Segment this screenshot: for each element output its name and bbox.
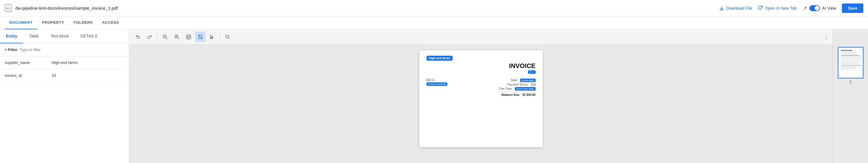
date-label: Date: bbox=[511, 78, 518, 82]
redo-icon bbox=[147, 34, 152, 40]
sub-tab-entity[interactable]: Entity bbox=[0, 29, 23, 43]
filter-icon-wrap: ≡ Filter bbox=[5, 47, 17, 52]
viewer-toolbar: ⋮ bbox=[129, 29, 833, 44]
external-link-icon bbox=[758, 6, 763, 11]
cursor-button[interactable] bbox=[207, 32, 217, 42]
tab-folders[interactable]: FOLDERS bbox=[69, 17, 98, 29]
date-value: some-date bbox=[520, 78, 536, 82]
search-doc-button[interactable] bbox=[222, 32, 233, 42]
redo-button[interactable] bbox=[144, 32, 155, 42]
header: ← dw-pipeline-test-docs/invoices/sample_… bbox=[0, 0, 868, 17]
payment-terms-row: Payment Terms: 123 bbox=[499, 83, 536, 86]
header-actions: Download File Open In New Tab ↗ AI View … bbox=[719, 3, 863, 13]
sub-tab-table[interactable]: Table bbox=[23, 29, 44, 43]
search-doc-icon bbox=[225, 34, 230, 40]
arrow-indicator: ↗ bbox=[803, 5, 807, 11]
tab-access[interactable]: ACCESS bbox=[97, 17, 124, 29]
payment-terms-label: Payment Terms: bbox=[507, 83, 528, 86]
thumbnail-page-number: 1 bbox=[849, 80, 851, 84]
invoice-right-details: Date: some-date Payment Terms: 123 Due D… bbox=[499, 78, 536, 96]
svg-point-6 bbox=[225, 35, 229, 38]
filter-input[interactable] bbox=[20, 47, 124, 52]
left-panel: Entity Table Text block DETAILS ≡ Filter… bbox=[0, 29, 129, 163]
invoice-header-row: INVOICE # ✓ bbox=[427, 62, 536, 74]
toolbar-divider-2 bbox=[220, 33, 220, 40]
entity-key-supplier-name: supplier_name bbox=[5, 60, 52, 65]
filter-row: ≡ Filter bbox=[0, 43, 129, 56]
crop-icon bbox=[198, 34, 203, 40]
invoice-title: INVOICE bbox=[509, 62, 535, 70]
download-icon bbox=[719, 6, 724, 11]
thumbnail-panel: 1 bbox=[833, 29, 868, 163]
ai-view-label: AI View bbox=[822, 6, 836, 10]
svg-rect-0 bbox=[720, 9, 724, 10]
zoom-out-icon bbox=[162, 34, 168, 40]
balance-due-label: Balance Due: bbox=[502, 93, 520, 96]
entity-value-supplier-name: High-end farms bbox=[52, 60, 78, 65]
balance-due-row: Balance Due: $7,644.95 bbox=[499, 92, 536, 96]
due-date-label: Due Date: bbox=[499, 87, 513, 91]
open-new-tab-button[interactable]: Open In New Tab bbox=[758, 6, 797, 11]
filter-label: Filter bbox=[8, 47, 18, 52]
entity-row: invoice_id 33 bbox=[0, 69, 129, 82]
document-title: dw-pipeline-test-docs/invoices/sample_in… bbox=[15, 6, 719, 10]
undo-icon bbox=[135, 34, 141, 40]
sub-tabs: Entity Table Text block DETAILS bbox=[0, 29, 129, 43]
bill-to-label: Bill To: bbox=[427, 78, 447, 82]
code-view-button[interactable] bbox=[183, 32, 194, 42]
document-page: High-end farms INVOICE # ✓ Bill To: some… bbox=[420, 51, 543, 147]
ai-view-toggle[interactable] bbox=[809, 5, 820, 11]
main-content: Entity Table Text block DETAILS ≡ Filter… bbox=[0, 29, 868, 163]
due-date-row: Due Date: some-due-date bbox=[499, 87, 536, 91]
bill-to-value-badge: some customer bbox=[427, 83, 447, 86]
undo-button[interactable] bbox=[132, 32, 143, 42]
main-tabs: DOCUMENT PROPERTY FOLDERS ACCESS bbox=[0, 17, 868, 29]
crop-button[interactable] bbox=[195, 32, 206, 42]
code-icon bbox=[186, 34, 191, 40]
viewer-area: ⋮ High-end farms INVOICE # ✓ Bill bbox=[129, 29, 833, 163]
tab-document[interactable]: DOCUMENT bbox=[5, 17, 37, 29]
filter-icon: ≡ bbox=[5, 47, 7, 52]
date-row: Date: some-date bbox=[499, 78, 536, 82]
cursor-icon bbox=[210, 34, 215, 40]
tab-property[interactable]: PROPERTY bbox=[37, 17, 69, 29]
thumbnail-wrap[interactable] bbox=[838, 47, 864, 78]
document-canvas: High-end farms INVOICE # ✓ Bill To: some… bbox=[129, 44, 833, 163]
ai-view-toggle-wrap: ↗ AI View bbox=[803, 5, 836, 11]
save-button[interactable]: Save bbox=[842, 3, 863, 13]
invoice-number-badge: # ✓ bbox=[528, 70, 536, 74]
payment-terms-value: 123 bbox=[531, 83, 536, 86]
entity-value-invoice-id: 33 bbox=[52, 73, 56, 78]
entity-key-invoice-id: invoice_id bbox=[5, 73, 52, 78]
bill-to-section: Bill To: some customer bbox=[427, 78, 447, 96]
more-options-button[interactable]: ⋮ bbox=[824, 33, 829, 40]
back-button[interactable]: ← bbox=[5, 4, 12, 12]
sub-tab-details[interactable]: DETAILS bbox=[75, 29, 103, 43]
sub-tab-text-block[interactable]: Text block bbox=[44, 29, 74, 43]
zoom-in-button[interactable] bbox=[172, 32, 182, 42]
invoice-details-grid: Bill To: some customer Date: some-date P… bbox=[427, 78, 536, 96]
thumbnail-image bbox=[839, 48, 862, 77]
balance-due-value: $7,644.95 bbox=[522, 93, 536, 96]
zoom-in-icon bbox=[174, 34, 180, 40]
entity-list: supplier_name High-end farms invoice_id … bbox=[0, 56, 129, 163]
brand-badge: High-end farms bbox=[427, 56, 453, 61]
due-date-value: some-due-date bbox=[515, 87, 536, 91]
zoom-out-button[interactable] bbox=[160, 32, 170, 42]
entity-row: supplier_name High-end farms bbox=[0, 56, 129, 69]
download-file-button[interactable]: Download File bbox=[719, 6, 752, 11]
